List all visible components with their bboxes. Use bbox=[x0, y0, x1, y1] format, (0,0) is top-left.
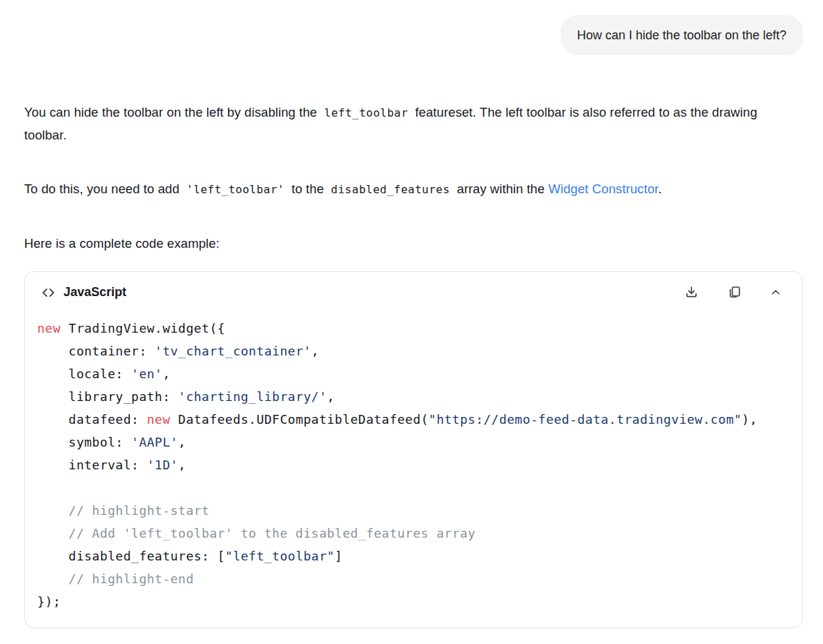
code-token: // Add 'left_toolbar' to the disabled_fe… bbox=[37, 526, 476, 540]
user-message-row: How can I hide the toolbar on the left? bbox=[0, 0, 823, 55]
code-block-header: JavaScript bbox=[25, 272, 802, 301]
code-token: locale: bbox=[37, 367, 131, 381]
code-token: symbol: bbox=[37, 435, 131, 449]
code-icon bbox=[40, 284, 57, 301]
code-token: TradingView.widget({ bbox=[61, 321, 225, 335]
language-label: JavaScript bbox=[64, 285, 126, 300]
inline-code: 'left_toolbar' bbox=[183, 183, 288, 196]
code-token: library_path: bbox=[37, 389, 178, 404]
code-block-card: JavaScript bbox=[24, 271, 803, 628]
code-token: new bbox=[37, 321, 61, 335]
code-token: 'tv_chart_container' bbox=[155, 344, 311, 358]
code-token: container: bbox=[37, 344, 155, 358]
code-token: "https://demo-feed-data.tradingview.com" bbox=[429, 412, 742, 427]
collapse-button[interactable] bbox=[768, 285, 783, 300]
code-token: disabled_features: [ bbox=[37, 549, 225, 563]
code-actions bbox=[683, 284, 783, 301]
assistant-message: You can hide the toolbar on the left by … bbox=[24, 101, 803, 255]
code-token: , bbox=[178, 435, 186, 449]
code-token: , bbox=[178, 458, 186, 472]
code-token: 'en' bbox=[131, 367, 162, 381]
code-token: datafeed: bbox=[37, 412, 147, 427]
code-token: "left_toolbar" bbox=[225, 549, 335, 563]
code-token: , bbox=[327, 389, 334, 404]
code-token: '1D' bbox=[147, 458, 178, 472]
assistant-paragraph: Here is a complete code example: bbox=[24, 233, 803, 255]
code-token: // highlight-end bbox=[37, 572, 194, 586]
code-token: new bbox=[147, 412, 171, 427]
widget-constructor-link[interactable]: Widget Constructor bbox=[548, 182, 658, 196]
assistant-paragraph: You can hide the toolbar on the left by … bbox=[24, 101, 803, 146]
user-message-text: How can I hide the toolbar on the left? bbox=[577, 28, 786, 42]
code-token: 'charting_library/' bbox=[178, 389, 327, 404]
code-token: ] bbox=[335, 549, 342, 563]
user-message-bubble: How can I hide the toolbar on the left? bbox=[561, 15, 803, 55]
code-token: }); bbox=[37, 594, 61, 609]
code-token: // highlight-start bbox=[37, 503, 209, 518]
code-content: new TradingView.widget({ container: 'tv_… bbox=[25, 301, 802, 627]
code-token: , bbox=[162, 367, 170, 381]
code-token: Datafeeds.UDFCompatibleDatafeed( bbox=[171, 412, 429, 427]
copy-button[interactable] bbox=[726, 284, 743, 301]
code-token: interval: bbox=[37, 458, 147, 472]
inline-code: disabled_features bbox=[327, 183, 453, 196]
chevron-up-icon bbox=[770, 286, 782, 298]
copy-icon bbox=[727, 285, 742, 300]
code-token: , bbox=[311, 344, 319, 358]
download-icon bbox=[684, 285, 699, 300]
code-token: ), bbox=[742, 412, 757, 427]
language-badge: JavaScript bbox=[40, 284, 126, 301]
code-token: 'AAPL' bbox=[131, 435, 178, 449]
inline-code: left_toolbar bbox=[321, 106, 412, 119]
download-button[interactable] bbox=[683, 284, 700, 301]
assistant-paragraph: To do this, you need to add 'left_toolba… bbox=[24, 178, 803, 201]
